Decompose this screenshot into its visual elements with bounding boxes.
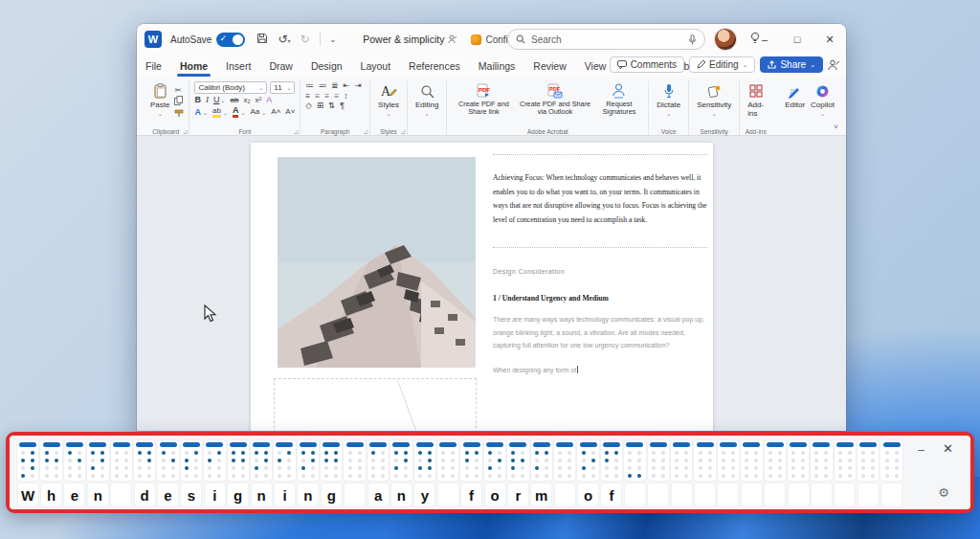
- tab-design[interactable]: Design: [310, 57, 344, 75]
- braille-cell-27[interactable]: [648, 440, 669, 506]
- cursor-routing-bar[interactable]: [369, 442, 387, 447]
- braille-dot-card[interactable]: [741, 440, 762, 481]
- search-input[interactable]: Search: [507, 29, 705, 50]
- braille-cell-14[interactable]: [344, 440, 365, 506]
- justify-button[interactable]: ≡: [334, 92, 339, 101]
- braille-dot-card[interactable]: [390, 440, 412, 481]
- tab-home[interactable]: Home: [179, 57, 209, 75]
- subscript-button[interactable]: x₂: [243, 97, 250, 104]
- braille-cell-31[interactable]: [741, 440, 762, 506]
- braille-panel-close-button[interactable]: ✕: [943, 441, 953, 456]
- braille-cell-4[interactable]: [111, 440, 132, 506]
- braille-cell-16[interactable]: n: [390, 440, 412, 506]
- format-painter-button[interactable]: [174, 109, 184, 120]
- align-left-button[interactable]: ≡: [305, 92, 310, 101]
- braille-cell-36[interactable]: [858, 440, 879, 506]
- user-avatar[interactable]: [715, 29, 736, 50]
- create-pdf-share-link-button[interactable]: PDF Create PDF and Share link: [452, 81, 515, 124]
- cursor-routing-bar[interactable]: [720, 442, 737, 447]
- braille-cell-21[interactable]: r: [507, 440, 528, 506]
- increase-indent-button[interactable]: ⇥: [355, 81, 362, 90]
- braille-dot-card[interactable]: [274, 440, 295, 481]
- braille-cell-8[interactable]: i: [204, 440, 225, 506]
- microphone-icon[interactable]: [688, 34, 697, 45]
- cursor-routing-bar[interactable]: [533, 442, 550, 447]
- undo-button[interactable]: ↺▾: [278, 33, 290, 46]
- cursor-routing-bar[interactable]: [743, 442, 760, 447]
- cursor-routing-bar[interactable]: [183, 442, 200, 447]
- tab-references[interactable]: References: [408, 57, 461, 75]
- braille-dot-card[interactable]: [858, 440, 879, 481]
- braille-cell-26[interactable]: [624, 440, 645, 506]
- document-canvas[interactable]: Achieving Focus: When technology communi…: [137, 136, 846, 431]
- align-right-button[interactable]: ≡: [324, 92, 329, 101]
- braille-dot-card[interactable]: [40, 440, 61, 481]
- cursor-routing-bar[interactable]: [136, 442, 153, 447]
- braille-dot-card[interactable]: [368, 440, 389, 481]
- cursor-routing-bar[interactable]: [113, 442, 130, 447]
- cursor-routing-bar[interactable]: [66, 442, 83, 447]
- braille-dot-card[interactable]: [251, 440, 272, 481]
- braille-dot-card[interactable]: [228, 440, 249, 481]
- cursor-routing-bar[interactable]: [556, 442, 573, 447]
- cursor-routing-bar[interactable]: [626, 442, 643, 447]
- minimize-button[interactable]: –: [748, 24, 781, 55]
- customize-qat-button[interactable]: ⌄: [330, 35, 337, 44]
- line-spacing-button[interactable]: ↕: [344, 92, 347, 101]
- word-app-icon[interactable]: W: [145, 31, 162, 48]
- autosave-toggle[interactable]: ✓: [216, 33, 245, 47]
- braille-dot-card[interactable]: [484, 440, 505, 481]
- underline-button[interactable]: U: [213, 96, 220, 104]
- cursor-routing-bar[interactable]: [439, 442, 457, 447]
- font-size-select[interactable]: 11⌄: [270, 81, 295, 94]
- braille-dot-card[interactable]: [671, 440, 692, 481]
- braille-dot-card[interactable]: [880, 440, 902, 481]
- comments-button[interactable]: Comments: [610, 56, 684, 73]
- braille-cell-12[interactable]: n: [298, 440, 319, 506]
- urgency-medium-heading[interactable]: 1 / Understand Urgency and Medium: [493, 294, 609, 303]
- paragraph-when-designing[interactable]: When designing any form of: [493, 366, 578, 373]
- copy-button[interactable]: [174, 96, 184, 107]
- braille-dot-card[interactable]: [157, 440, 178, 481]
- braille-dot-card[interactable]: [204, 440, 225, 481]
- editing-button[interactable]: Editing ⌄: [412, 81, 441, 124]
- share-button[interactable]: Share ⌄: [760, 56, 823, 73]
- shrink-font-button[interactable]: A˅: [285, 108, 295, 116]
- document-title[interactable]: Power & simplicity: [363, 34, 444, 45]
- align-center-button[interactable]: ≡: [315, 92, 320, 101]
- highlight-button[interactable]: ab: [212, 107, 221, 118]
- braille-cell-32[interactable]: [765, 440, 786, 506]
- tab-draw[interactable]: Draw: [268, 57, 294, 75]
- styles-button[interactable]: A Styles ⌄: [375, 81, 402, 124]
- braille-dot-card[interactable]: [601, 440, 622, 481]
- cursor-routing-bar[interactable]: [416, 442, 434, 447]
- cursor-routing-bar[interactable]: [276, 442, 293, 447]
- braille-cell-34[interactable]: [811, 440, 832, 506]
- braille-cell-1[interactable]: h: [40, 440, 61, 506]
- cursor-routing-bar[interactable]: [697, 442, 714, 447]
- strikethrough-button[interactable]: ab: [231, 97, 239, 104]
- braille-dot-card[interactable]: [181, 440, 202, 481]
- cursor-routing-bar[interactable]: [486, 442, 503, 447]
- dialog-launcher-icon[interactable]: ◿: [294, 128, 298, 134]
- tab-insert[interactable]: Insert: [225, 57, 252, 75]
- tab-review[interactable]: Review: [532, 57, 567, 75]
- braille-cell-24[interactable]: o: [577, 440, 598, 506]
- braille-dot-card[interactable]: [134, 440, 155, 481]
- braille-cell-2[interactable]: e: [64, 440, 85, 506]
- cursor-routing-bar[interactable]: [463, 442, 480, 447]
- braille-dot-card[interactable]: [765, 440, 786, 481]
- dialog-launcher-icon[interactable]: ◿: [364, 128, 368, 134]
- braille-cell-33[interactable]: [788, 440, 809, 506]
- bullets-button[interactable]: ≔: [305, 81, 314, 90]
- braille-cell-25[interactable]: f: [601, 440, 622, 506]
- clear-formatting-button[interactable]: A: [266, 96, 272, 104]
- cursor-routing-bar[interactable]: [300, 442, 317, 447]
- numbering-button[interactable]: ≕: [319, 81, 327, 90]
- braille-cell-3[interactable]: n: [87, 440, 108, 506]
- cursor-routing-bar[interactable]: [346, 442, 364, 447]
- close-button[interactable]: ✕: [813, 24, 846, 55]
- shading-button[interactable]: ◇: [305, 101, 312, 110]
- text-effects-button[interactable]: A: [194, 108, 201, 117]
- braille-cell-37[interactable]: [880, 440, 902, 506]
